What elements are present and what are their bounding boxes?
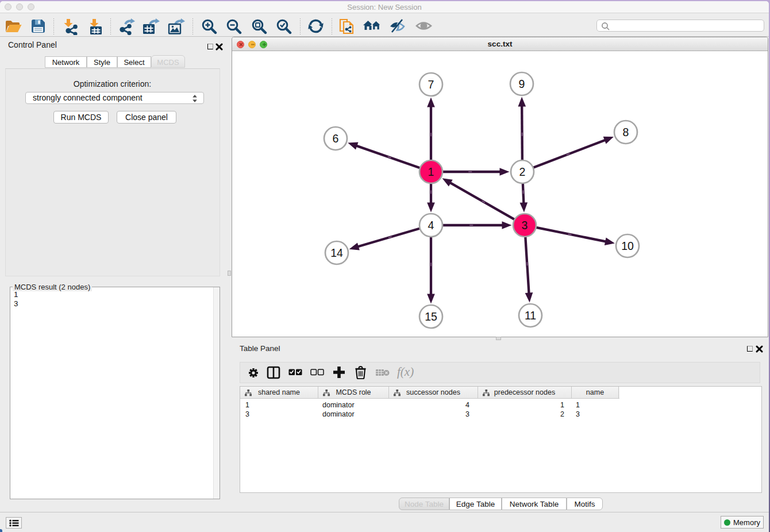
svg-text:10: 10	[621, 240, 634, 252]
svg-text:9: 9	[519, 78, 525, 90]
svg-text:2: 2	[519, 165, 526, 178]
svg-text:7: 7	[428, 78, 434, 91]
svg-text:14: 14	[330, 246, 343, 259]
svg-text:4: 4	[428, 219, 434, 232]
svg-text:3: 3	[522, 219, 528, 232]
svg-text:8: 8	[623, 126, 629, 138]
svg-text:6: 6	[333, 132, 339, 145]
svg-text:11: 11	[525, 309, 536, 322]
svg-text:1: 1	[428, 165, 434, 178]
svg-text:15: 15	[425, 310, 437, 323]
